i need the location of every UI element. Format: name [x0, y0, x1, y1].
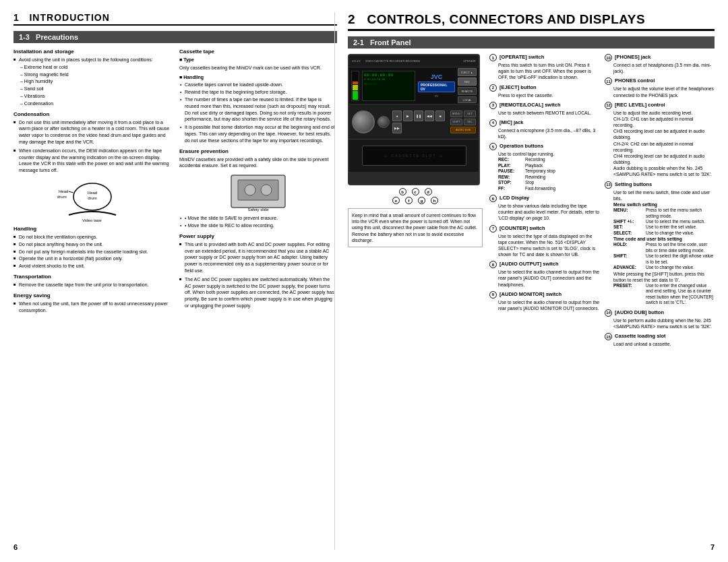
right-chapter-title: 2 CONTROLS, CONNECTORS AND DISPLAYS: [348, 12, 715, 31]
power-b1: This unit is provided with both AC and D…: [179, 241, 337, 274]
cassette-h2: Rewind the tape to the beginning before …: [179, 89, 337, 96]
condensation-title: Condensation: [13, 111, 171, 117]
power-b2: The AC and DC power supplies are switche…: [179, 276, 337, 309]
op-stop: STOP:Stop: [489, 180, 599, 185]
desc-item-12: 12 [REC LEVEL] control Use to adjust the…: [605, 102, 715, 178]
desc-item-2: 2 [EJECT] button Press to eject the cass…: [489, 84, 599, 98]
desc-item-6: 6 LCD Display Use to show various data i…: [489, 195, 599, 222]
desc-item-9: 9 [AUDIO MONITOR] switch Use to select t…: [489, 291, 599, 311]
op-pause: PAUSE:Temporary stop: [489, 168, 599, 174]
handling-b5: Avoid violent shocks to the unit.: [13, 263, 171, 270]
svg-text:drum: drum: [88, 196, 97, 200]
svg-text:drum: drum: [57, 195, 67, 199]
condition-6: – Condensation: [13, 100, 171, 107]
installation-bullet1: Avoid using the unit in places subject t…: [13, 57, 171, 63]
precautions-left: Installation and storage Avoid using the…: [13, 49, 171, 314]
desc-col-left: 1 [OPERATE] switch Press this switch to …: [489, 54, 599, 350]
condensation-bullet2: When condensation occurs, the DEW indica…: [13, 148, 171, 174]
drum-diagram-svg: Head drum Head drum Video tape: [55, 178, 129, 222]
desc-item-10: 10 [PHONES] jack Connect a set of headph…: [605, 54, 715, 74]
desc-item-11: 11 PHONES control Use to adjust the volu…: [605, 77, 715, 98]
handling-b4: Operate the unit in a horizontal (flat) …: [13, 255, 171, 262]
cassette-handling-title: ■ Handling: [179, 74, 337, 81]
cassette-diagram: Safety slide: [179, 172, 337, 212]
cassette-type-title: ■ Type: [179, 57, 337, 63]
descriptions-panel: 1 [OPERATE] switch Press this switch to …: [489, 54, 715, 350]
energy-bullet: When not using the unit, turn the power …: [13, 301, 171, 314]
callout-labels: b c d e f g h: [348, 188, 483, 204]
left-column: 1 INTRODUCTION 1-3 Precautions Installat…: [13, 12, 337, 554]
desc-item-15: 15 Cassette loading slot Load and unload…: [605, 333, 715, 347]
desc-item-4: 4 [MIC] jack Connect a microphone (3.5 m…: [489, 119, 599, 139]
page-number-left: 6: [13, 543, 18, 551]
condition-3: – High humidity: [13, 78, 171, 85]
transport-title: Transportation: [13, 274, 171, 280]
handling-b1: Do not block the ventilation openings.: [13, 234, 171, 241]
energy-title: Energy saving: [13, 292, 171, 299]
right-column: 2 CONTROLS, CONNECTORS AND DISPLAYS 2-1 …: [348, 12, 715, 554]
vcr-panel: CH-1/2 VIDEO CASSETTE RECORDER BR-DV600U…: [348, 54, 480, 185]
note-box: Keep in mind that a small amount of curr…: [348, 208, 483, 247]
desc-item-5: 5 Operation buttons Use to control tape …: [489, 143, 599, 191]
section-front-panel: 2-1 Front Panel: [348, 36, 715, 49]
desc-item-7: 7 [COUNTER] switch Use to select the typ…: [489, 225, 599, 258]
vcr-panel-image: CH-1/2 VIDEO CASSETTE RECORDER BR-DV600U…: [348, 54, 483, 350]
svg-text:Head: Head: [59, 189, 68, 193]
section-title-left: Precautions: [36, 33, 78, 41]
section-precautions: 1-3 Precautions: [13, 31, 337, 43]
erasure-title: Erasure prevention: [179, 148, 337, 154]
condensation-bullet1: Do not use this unit immediately after m…: [13, 119, 171, 146]
svg-point-9: [245, 185, 255, 195]
drum-diagram-area: Head drum Head drum Video tape: [13, 178, 171, 222]
installation-title: Installation and storage: [13, 49, 171, 55]
cassette-svg: Safety slide: [224, 172, 292, 212]
op-play: PLAY:Playback: [489, 163, 599, 168]
op-rec: REC:Recording: [489, 157, 599, 162]
cassette-type-text: Only cassettes bearing the MiniDV mark c…: [179, 65, 337, 71]
svg-point-10: [261, 185, 272, 195]
condition-4: – Sand soil: [13, 86, 171, 92]
desc-item-14: 14 [AUDIO DUB] button Use to perform aud…: [605, 309, 715, 330]
left-chapter-title: 1 INTRODUCTION: [13, 12, 337, 26]
right-chapter-title-text: CONTROLS, CONNECTORS AND DISPLAYS: [367, 12, 645, 26]
precautions-right: Cassette tape ■ Type Only cassettes bear…: [179, 49, 337, 314]
handling-b2: Do not place anything heavy on the unit.: [13, 241, 171, 248]
condition-2: – Strong magnetic field: [13, 71, 171, 78]
desc-item-8: 8 [AUDIO OUTPUT] switch Use to select th…: [489, 261, 599, 288]
svg-text:Video tape: Video tape: [82, 218, 102, 222]
condition-1: – Extreme heat or cold: [13, 64, 171, 71]
handling-b3: Do not put any foreign materials into th…: [13, 249, 171, 255]
condition-5: – Vibrations: [13, 93, 171, 100]
section-title-right: Front Panel: [370, 38, 411, 46]
column-divider: [334, 12, 335, 550]
handling-title: Handling: [13, 226, 171, 232]
right-chapter-num: 2: [348, 12, 355, 26]
cassette-h3: The number of times a tape can be reused…: [179, 96, 337, 123]
front-panel-content: CH-1/2 VIDEO CASSETTE RECORDER BR-DV600U…: [348, 54, 715, 350]
svg-text:Safety slide: Safety slide: [247, 208, 269, 212]
cassette-h4: It is possible that some distortion may …: [179, 124, 337, 144]
op-ff: FF:Fast-forwarding: [489, 186, 599, 191]
transport-bullet: Remove the cassette tape from the unit p…: [13, 282, 171, 288]
op-rew: REW:Rewinding: [489, 175, 599, 180]
erasure-text: MiniDV cassettes are provided with a saf…: [179, 156, 337, 170]
cassette-title: Cassette tape: [179, 49, 337, 55]
desc-col-right: 10 [PHONES] jack Connect a set of headph…: [605, 54, 715, 350]
section-num-left: 1-3: [19, 33, 30, 41]
desc-item-1: 1 [OPERATE] switch Press this switch to …: [489, 54, 599, 81]
left-chapter-num: 1: [13, 12, 20, 23]
cassette-h1: Cassette tapes cannot be loaded upside-d…: [179, 82, 337, 88]
erasure-note2: • Move the slide to REC to allow recordi…: [179, 222, 337, 229]
desc-item-13: 13 Setting buttons Use to set the menu s…: [605, 181, 715, 306]
power-title: Power supply: [179, 233, 337, 239]
page-number-right: 7: [710, 543, 715, 551]
precautions-content: Installation and storage Avoid using the…: [13, 49, 337, 314]
desc-item-3: 3 [REMOTE/LOCAL] switch Use to switch be…: [489, 102, 599, 116]
svg-text:Head: Head: [88, 191, 97, 195]
svg-rect-8: [238, 180, 278, 200]
svg-line-3: [69, 191, 73, 193]
section-num-right: 2-1: [353, 38, 364, 46]
erasure-note1: • Move the slide to SAVE to prevent eras…: [179, 215, 337, 222]
left-chapter-title-text: INTRODUCTION: [29, 12, 109, 23]
